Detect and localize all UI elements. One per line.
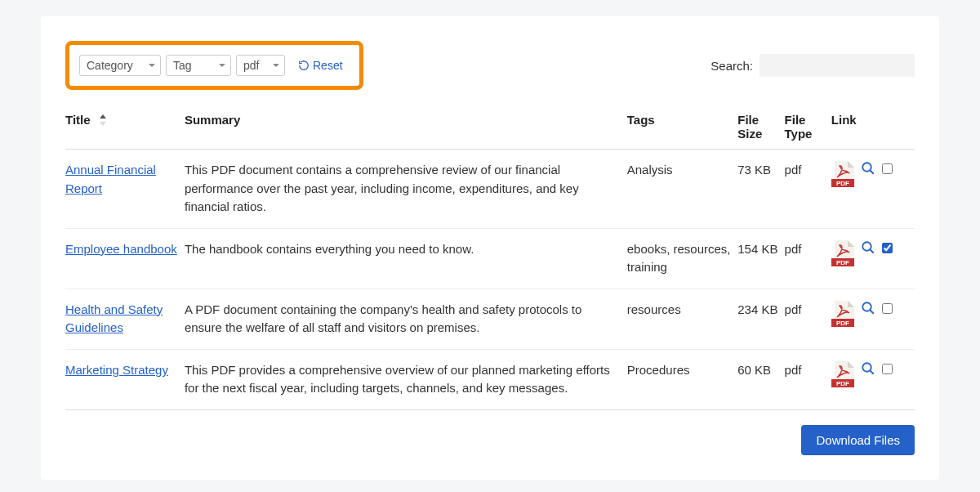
svg-text:PDF: PDF	[836, 180, 849, 187]
table-body: Annual Financial Report This PDF documen…	[65, 150, 915, 410]
download-files-button[interactable]: Download Files	[801, 425, 915, 455]
chevron-down-icon	[219, 64, 225, 67]
preview-icon[interactable]	[861, 361, 875, 376]
select-checkbox[interactable]	[882, 364, 893, 374]
svg-marker-1	[100, 122, 106, 126]
table-row: Annual Financial Report This PDF documen…	[65, 150, 915, 229]
table-row: Marketing Strategy This PDF provides a c…	[65, 349, 915, 409]
svg-point-8	[862, 242, 871, 251]
size-cell: 60 KB	[737, 349, 784, 409]
undo-icon	[298, 60, 310, 71]
svg-line-17	[870, 370, 874, 374]
size-cell: 234 KB	[737, 288, 784, 349]
reset-button[interactable]: Reset	[298, 59, 343, 72]
pdf-file-icon[interactable]: PDF	[831, 240, 854, 266]
svg-line-13	[870, 310, 874, 314]
svg-point-12	[862, 302, 871, 311]
footer-bar: Download Files	[65, 425, 915, 455]
select-checkbox[interactable]	[882, 303, 893, 314]
sort-asc-icon	[99, 114, 107, 128]
svg-text:PDF: PDF	[836, 320, 849, 327]
type-cell: pdf	[785, 228, 831, 288]
category-dropdown[interactable]: Category	[79, 55, 161, 76]
document-list-card: Category Tag pdf Reset Search:	[41, 16, 939, 480]
col-header-tags[interactable]: Tags	[627, 105, 737, 150]
preview-icon[interactable]	[861, 240, 875, 255]
filter-bar: Category Tag pdf Reset Search:	[65, 41, 915, 90]
search-label: Search:	[710, 59, 753, 73]
preview-icon[interactable]	[861, 301, 875, 315]
table-header-row: Title Summary Tags File Size File Type L…	[65, 105, 915, 150]
title-link[interactable]: Marketing Strategy	[65, 363, 168, 377]
pdf-file-icon[interactable]: PDF	[831, 361, 854, 387]
tags-cell: Analysis	[627, 150, 737, 229]
preview-icon[interactable]	[861, 161, 875, 176]
type-cell: pdf	[785, 288, 831, 349]
summary-cell: This PDF document contains a comprehensi…	[185, 150, 627, 229]
select-checkbox[interactable]	[882, 163, 893, 174]
tags-cell: resources	[627, 288, 737, 349]
pdf-file-icon[interactable]: PDF	[831, 161, 854, 187]
size-cell: 154 KB	[737, 228, 784, 288]
category-dropdown-label: Category	[87, 59, 144, 72]
svg-point-16	[862, 363, 871, 372]
title-link[interactable]: Employee handbook	[65, 242, 177, 256]
svg-text:PDF: PDF	[836, 380, 849, 387]
type-cell: pdf	[785, 349, 831, 409]
search-box: Search:	[710, 54, 915, 77]
col-header-title[interactable]: Title	[65, 105, 185, 150]
svg-point-4	[862, 163, 871, 172]
table-row: Employee handbook The handbook contains …	[65, 228, 915, 288]
reset-label: Reset	[313, 59, 343, 72]
size-cell: 73 KB	[737, 150, 784, 229]
filter-group-highlight: Category Tag pdf Reset	[65, 41, 363, 90]
summary-cell: The handbook contains everything you nee…	[185, 228, 627, 288]
documents-table: Title Summary Tags File Size File Type L…	[65, 105, 915, 410]
chevron-down-icon	[149, 64, 155, 67]
svg-marker-0	[100, 114, 106, 119]
col-header-file-type[interactable]: File Type	[785, 105, 831, 150]
pdf-file-icon[interactable]: PDF	[831, 301, 854, 327]
svg-line-9	[870, 249, 874, 253]
tag-dropdown[interactable]: Tag	[166, 55, 231, 76]
select-checkbox[interactable]	[882, 243, 893, 253]
col-header-file-size[interactable]: File Size	[737, 105, 784, 150]
table-row: Health and Safety Guidelines A PDF docum…	[65, 288, 915, 349]
chevron-down-icon	[273, 64, 279, 67]
title-link[interactable]: Annual Financial Report	[65, 163, 156, 195]
tags-cell: Procedures	[627, 349, 737, 409]
title-link[interactable]: Health and Safety Guidelines	[65, 302, 163, 335]
type-cell: pdf	[785, 150, 831, 229]
summary-cell: A PDF document containing the company's …	[185, 288, 627, 349]
search-input[interactable]	[760, 54, 915, 77]
tag-dropdown-label: Tag	[173, 59, 214, 72]
svg-text:PDF: PDF	[836, 259, 849, 266]
col-header-link[interactable]: Link	[831, 105, 915, 150]
col-header-summary[interactable]: Summary	[185, 105, 627, 150]
summary-cell: This PDF provides a comprehensive overvi…	[185, 349, 627, 409]
filetype-dropdown-label: pdf	[243, 59, 268, 72]
filetype-dropdown[interactable]: pdf	[236, 55, 285, 76]
svg-line-5	[870, 170, 874, 174]
tags-cell: ebooks, resources, training	[627, 228, 737, 288]
